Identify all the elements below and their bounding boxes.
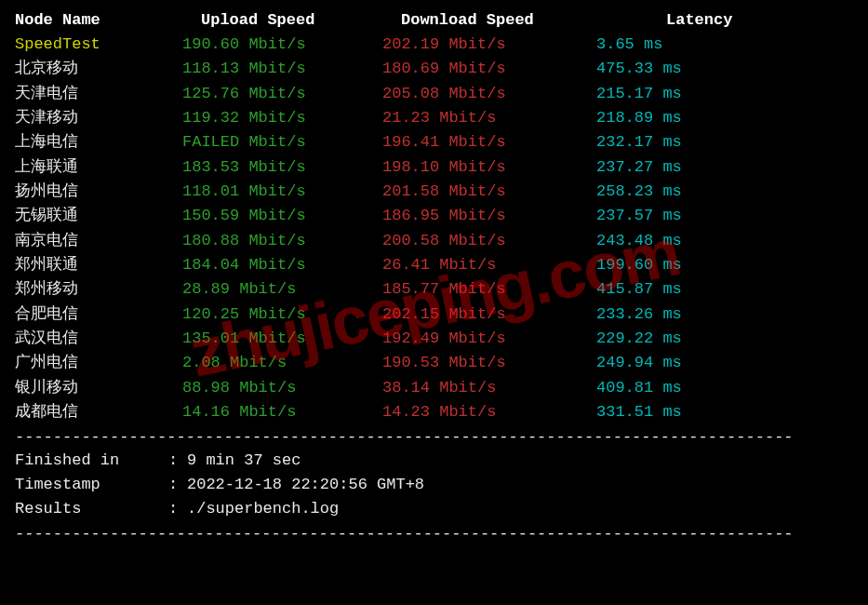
table-row: 成都电信14.16 Mbit/s14.23 Mbit/s331.51 ms xyxy=(15,400,853,424)
cell-node: 银川移动 xyxy=(15,376,182,400)
results-label: Results xyxy=(15,497,168,521)
speedtest-row: SpeedTest 190.60 Mbit/s 202.19 Mbit/s 3.… xyxy=(15,33,853,57)
header-latency: Latency xyxy=(596,11,732,29)
cell-download: 192.49 Mbit/s xyxy=(382,327,596,351)
cell-node: 合肥电信 xyxy=(15,302,182,327)
colon: : xyxy=(168,497,187,521)
cell-node: 武汉电信 xyxy=(15,327,182,351)
table-row: 郑州联通184.04 Mbit/s26.41 Mbit/s199.60 ms xyxy=(15,253,853,277)
cell-node: 广州电信 xyxy=(15,351,182,375)
cell-upload: 118.13 Mbit/s xyxy=(182,57,382,81)
cell-node: 郑州联通 xyxy=(15,253,182,277)
cell-upload: 118.01 Mbit/s xyxy=(182,180,382,204)
cell-download: 38.14 Mbit/s xyxy=(382,376,596,400)
divider-1: ----------------------------------------… xyxy=(15,428,853,446)
cell-latency: 249.94 ms xyxy=(596,351,682,375)
speedtest-latency: 3.65 ms xyxy=(596,33,662,57)
cell-download: 180.69 Mbit/s xyxy=(382,57,596,81)
cell-upload: 2.08 Mbit/s xyxy=(182,351,382,375)
table-row: 上海电信FAILED Mbit/s196.41 Mbit/s232.17 ms xyxy=(15,130,853,155)
cell-latency: 233.26 ms xyxy=(596,302,682,327)
timestamp-label: Timestamp xyxy=(15,473,168,497)
cell-download: 186.95 Mbit/s xyxy=(382,204,596,228)
cell-upload: 14.16 Mbit/s xyxy=(182,400,382,424)
cell-latency: 331.51 ms xyxy=(596,400,682,424)
cell-upload: 150.59 Mbit/s xyxy=(182,204,382,228)
cell-download: 14.23 Mbit/s xyxy=(382,400,596,424)
table-row: 天津移动119.32 Mbit/s21.23 Mbit/s218.89 ms xyxy=(15,106,853,130)
footer-timestamp: Timestamp : 2022-12-18 22:20:56 GMT+8 xyxy=(15,473,853,497)
cell-node: 北京移动 xyxy=(15,57,182,81)
cell-upload: 28.89 Mbit/s xyxy=(182,277,382,302)
footer-finished: Finished in : 9 min 37 sec xyxy=(15,449,853,473)
divider-2: ----------------------------------------… xyxy=(15,525,853,543)
cell-upload: 119.32 Mbit/s xyxy=(182,106,382,130)
data-rows: 北京移动118.13 Mbit/s180.69 Mbit/s475.33 ms天… xyxy=(15,57,853,424)
colon: : xyxy=(168,473,187,497)
cell-upload: FAILED Mbit/s xyxy=(182,130,382,155)
table-row: 广州电信2.08 Mbit/s190.53 Mbit/s249.94 ms xyxy=(15,351,853,375)
finished-value: 9 min 37 sec xyxy=(187,449,300,473)
cell-node: 扬州电信 xyxy=(15,180,182,204)
cell-latency: 199.60 ms xyxy=(596,253,682,277)
cell-download: 21.23 Mbit/s xyxy=(382,106,596,130)
cell-latency: 215.17 ms xyxy=(596,82,682,106)
cell-latency: 258.23 ms xyxy=(596,180,682,204)
table-row: 上海联通183.53 Mbit/s198.10 Mbit/s237.27 ms xyxy=(15,155,853,180)
cell-latency: 229.22 ms xyxy=(596,327,682,351)
table-row: 郑州移动28.89 Mbit/s185.77 Mbit/s415.87 ms xyxy=(15,277,853,302)
timestamp-value: 2022-12-18 22:20:56 GMT+8 xyxy=(187,473,424,497)
cell-node: 上海电信 xyxy=(15,130,182,155)
cell-upload: 88.98 Mbit/s xyxy=(182,376,382,400)
table-row: 天津电信125.76 Mbit/s205.08 Mbit/s215.17 ms xyxy=(15,82,853,106)
table-row: 银川移动88.98 Mbit/s38.14 Mbit/s409.81 ms xyxy=(15,376,853,400)
cell-node: 天津电信 xyxy=(15,82,182,106)
table-header: Node Name Upload Speed Download Speed La… xyxy=(15,11,853,29)
cell-upload: 184.04 Mbit/s xyxy=(182,253,382,277)
cell-download: 26.41 Mbit/s xyxy=(382,253,596,277)
cell-upload: 183.53 Mbit/s xyxy=(182,155,382,180)
cell-latency: 237.57 ms xyxy=(596,204,682,228)
cell-download: 196.41 Mbit/s xyxy=(382,130,596,155)
cell-upload: 180.88 Mbit/s xyxy=(182,229,382,253)
cell-node: 无锡联通 xyxy=(15,204,182,228)
table-row: 合肥电信120.25 Mbit/s202.15 Mbit/s233.26 ms xyxy=(15,302,853,327)
cell-node: 上海联通 xyxy=(15,155,182,180)
results-value: ./superbench.log xyxy=(187,497,339,521)
cell-upload: 135.01 Mbit/s xyxy=(182,327,382,351)
cell-upload: 125.76 Mbit/s xyxy=(182,82,382,106)
header-download: Download Speed xyxy=(382,11,596,29)
speedtest-node: SpeedTest xyxy=(15,33,182,57)
cell-latency: 415.87 ms xyxy=(596,277,682,302)
table-row: 扬州电信118.01 Mbit/s201.58 Mbit/s258.23 ms xyxy=(15,180,853,204)
cell-download: 202.15 Mbit/s xyxy=(382,302,596,327)
cell-node: 南京电信 xyxy=(15,229,182,253)
speedtest-download: 202.19 Mbit/s xyxy=(382,33,596,57)
finished-label: Finished in xyxy=(15,449,168,473)
cell-node: 郑州移动 xyxy=(15,277,182,302)
cell-node: 成都电信 xyxy=(15,400,182,424)
cell-download: 185.77 Mbit/s xyxy=(382,277,596,302)
cell-latency: 218.89 ms xyxy=(596,106,682,130)
table-row: 北京移动118.13 Mbit/s180.69 Mbit/s475.33 ms xyxy=(15,57,853,81)
cell-latency: 409.81 ms xyxy=(596,376,682,400)
cell-download: 198.10 Mbit/s xyxy=(382,155,596,180)
header-upload: Upload Speed xyxy=(182,11,382,29)
cell-download: 200.58 Mbit/s xyxy=(382,229,596,253)
header-node: Node Name xyxy=(15,11,182,29)
speedtest-upload: 190.60 Mbit/s xyxy=(182,33,382,57)
cell-latency: 243.48 ms xyxy=(596,229,682,253)
cell-latency: 232.17 ms xyxy=(596,130,682,155)
table-row: 无锡联通150.59 Mbit/s186.95 Mbit/s237.57 ms xyxy=(15,204,853,228)
cell-upload: 120.25 Mbit/s xyxy=(182,302,382,327)
table-row: 武汉电信135.01 Mbit/s192.49 Mbit/s229.22 ms xyxy=(15,327,853,351)
cell-latency: 237.27 ms xyxy=(596,155,682,180)
table-row: 南京电信180.88 Mbit/s200.58 Mbit/s243.48 ms xyxy=(15,229,853,253)
cell-latency: 475.33 ms xyxy=(596,57,682,81)
colon: : xyxy=(168,449,187,473)
cell-node: 天津移动 xyxy=(15,106,182,130)
cell-download: 201.58 Mbit/s xyxy=(382,180,596,204)
footer-results: Results : ./superbench.log xyxy=(15,497,853,521)
cell-download: 190.53 Mbit/s xyxy=(382,351,596,375)
cell-download: 205.08 Mbit/s xyxy=(382,82,596,106)
